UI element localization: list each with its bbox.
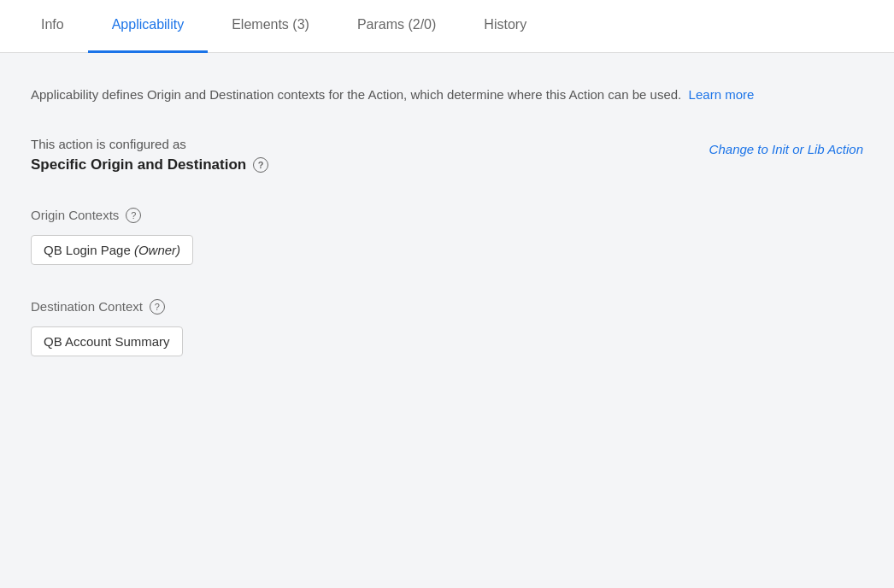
- action-config-label: This action is configured as: [31, 137, 268, 151]
- change-action-link[interactable]: Change to Init or Lib Action: [709, 137, 863, 156]
- origin-contexts-section: Origin Contexts ? QB Login Page (Owner): [31, 208, 863, 265]
- tab-info[interactable]: Info: [17, 0, 88, 53]
- origin-chip-text: QB Login Page: [44, 243, 131, 257]
- origin-context-help-icon[interactable]: ?: [126, 208, 141, 223]
- action-config-value-text: Specific Origin and Destination: [31, 156, 246, 173]
- action-config-left: This action is configured as Specific Or…: [31, 137, 268, 173]
- origin-context-label: Origin Contexts ?: [31, 208, 863, 223]
- tab-elements[interactable]: Elements (3): [208, 0, 333, 53]
- origin-context-chip: QB Login Page (Owner): [31, 235, 193, 265]
- tab-history[interactable]: History: [460, 0, 550, 53]
- tab-applicability[interactable]: Applicability: [88, 0, 208, 53]
- tab-bar: Info Applicability Elements (3) Params (…: [0, 0, 894, 53]
- action-config-value: Specific Origin and Destination ?: [31, 156, 268, 173]
- description-body: Applicability defines Origin and Destina…: [31, 87, 681, 102]
- action-config-help-icon[interactable]: ?: [253, 157, 268, 173]
- description-text: Applicability defines Origin and Destina…: [31, 84, 800, 106]
- tab-params[interactable]: Params (2/0): [333, 0, 460, 53]
- destination-context-label: Destination Context ?: [31, 299, 863, 315]
- action-config-row: This action is configured as Specific Or…: [31, 137, 863, 173]
- destination-context-chip: QB Account Summary: [31, 326, 183, 356]
- destination-chip-text: QB Account Summary: [44, 334, 170, 349]
- content-area: Applicability defines Origin and Destina…: [0, 53, 894, 387]
- action-config-section: This action is configured as Specific Or…: [31, 137, 863, 173]
- learn-more-link[interactable]: Learn more: [689, 87, 755, 102]
- destination-context-label-text: Destination Context: [31, 299, 143, 314]
- destination-context-section: Destination Context ? QB Account Summary: [31, 299, 863, 356]
- destination-context-help-icon[interactable]: ?: [150, 299, 165, 315]
- origin-context-label-text: Origin Contexts: [31, 208, 119, 222]
- origin-chip-suffix: (Owner): [134, 243, 180, 257]
